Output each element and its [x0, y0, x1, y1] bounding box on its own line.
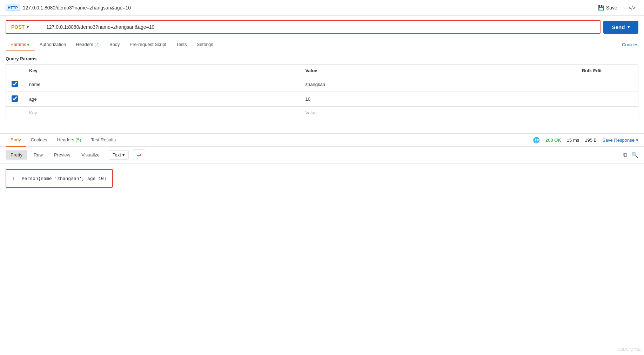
save-floppy-icon: 💾	[598, 5, 604, 11]
table-row: age 10	[6, 92, 638, 107]
save-button[interactable]: 💾 Save	[595, 4, 620, 12]
send-chevron-icon: ▾	[628, 25, 630, 29]
url-input[interactable]	[41, 21, 600, 33]
empty-key-cell[interactable]: Key	[24, 107, 300, 119]
method-selector[interactable]: POST ▾	[6, 21, 41, 33]
empty-value-cell[interactable]: Value	[300, 107, 576, 119]
table-row: name zhangsan	[6, 77, 638, 92]
response-tab-headers[interactable]: Headers (5)	[52, 134, 86, 147]
http-icon: HTTP	[6, 5, 20, 11]
response-body: 1 Person{name='zhangsan', age=10}	[0, 163, 644, 193]
url-bar-container: POST ▾ Send ▾	[0, 16, 644, 38]
save-response-button[interactable]: Save Response ▾	[602, 138, 638, 143]
response-code-block: 1 Person{name='zhangsan', age=10}	[6, 169, 113, 188]
response-tab-cookies[interactable]: Cookies	[26, 134, 52, 147]
response-section: Body Cookies Headers (5) Test Results 🌐 …	[0, 133, 644, 193]
tab-authorization[interactable]: Authorization	[35, 38, 71, 51]
empty-checkbox-cell	[6, 107, 24, 119]
format-tab-preview[interactable]: Preview	[49, 150, 75, 160]
row1-action	[576, 77, 638, 92]
format-type-selector[interactable]: Text ▾	[109, 150, 129, 160]
bulk-edit-header[interactable]: Bulk Edit	[576, 65, 638, 77]
tab-cookies[interactable]: Cookies	[622, 39, 638, 51]
headers-count: (7)	[94, 42, 100, 47]
query-params-title: Query Params	[0, 51, 644, 64]
response-tab-body[interactable]: Body	[6, 134, 26, 147]
wrap-button[interactable]: ⇌	[133, 149, 145, 160]
empty-action-cell	[576, 107, 638, 119]
code-button[interactable]: </>	[626, 4, 638, 12]
checkbox-cell[interactable]	[6, 77, 24, 92]
http-badge: HTTP 127.0.0.1:8080/demo3?name=zhangsan&…	[6, 5, 131, 11]
format-toolbar: Pretty Raw Preview Visualize Text ▾ ⇌ ⧉ …	[0, 147, 644, 163]
method-chevron-icon: ▾	[27, 25, 29, 29]
tab-tests[interactable]: Tests	[171, 38, 192, 51]
tab-prerequest[interactable]: Pre-request Script	[125, 38, 172, 51]
tab-settings[interactable]: Settings	[192, 38, 218, 51]
format-tab-visualize[interactable]: Visualize	[76, 150, 105, 160]
wrap-lines-icon: ⇌	[137, 152, 141, 158]
format-type-chevron-icon: ▾	[122, 152, 125, 158]
params-dot: ●	[27, 42, 30, 47]
row2-key[interactable]: age	[24, 92, 300, 107]
response-tabs-bar: Body Cookies Headers (5) Test Results 🌐 …	[0, 134, 644, 147]
save-response-chevron-icon: ▾	[636, 138, 638, 143]
globe-icon: 🌐	[533, 137, 540, 143]
url-bar-inner: POST ▾	[6, 20, 601, 34]
format-tab-raw[interactable]: Raw	[29, 150, 48, 160]
row1-key[interactable]: name	[24, 77, 300, 92]
response-size: 195 B	[585, 138, 597, 143]
table-row-empty: Key Value	[6, 107, 638, 119]
row2-action	[576, 92, 638, 107]
send-label: Send	[612, 24, 625, 30]
save-label: Save	[606, 5, 617, 11]
response-code-content: Person{name='zhangsan', age=10}	[22, 176, 107, 181]
tab-params[interactable]: Params●	[6, 38, 35, 51]
response-tab-test-results[interactable]: Test Results	[86, 134, 121, 147]
value-col-header: Value	[300, 65, 576, 77]
response-meta: 🌐 200 OK 15 ms 195 B Save Response ▾	[533, 137, 638, 143]
line-number: 1	[12, 176, 15, 181]
format-type-label: Text	[113, 152, 121, 158]
code-label: </>	[629, 5, 636, 11]
top-bar: HTTP 127.0.0.1:8080/demo3?name=zhangsan&…	[0, 0, 644, 16]
row1-checkbox[interactable]	[12, 81, 18, 87]
row2-checkbox[interactable]	[12, 95, 18, 102]
response-time: 15 ms	[567, 138, 579, 143]
method-label: POST	[11, 24, 25, 30]
toolbar-right: ⧉ 🔍	[623, 152, 638, 158]
bulk-edit-button[interactable]: Bulk Edit	[582, 68, 602, 73]
format-tab-pretty[interactable]: Pretty	[6, 150, 27, 160]
send-button[interactable]: Send ▾	[603, 21, 638, 34]
row1-value[interactable]: zhangsan	[300, 77, 576, 92]
copy-icon[interactable]: ⧉	[623, 152, 627, 158]
top-bar-actions: 💾 Save </>	[595, 4, 638, 12]
request-tabs-bar: Params● Authorization Headers (7) Body P…	[0, 38, 644, 51]
checkbox-col-header	[6, 65, 24, 77]
search-icon[interactable]: 🔍	[631, 152, 638, 158]
tab-body[interactable]: Body	[105, 38, 125, 51]
top-bar-url: 127.0.0.1:8080/demo3?name=zhangsan&age=1…	[23, 5, 131, 11]
checkbox-cell[interactable]	[6, 92, 24, 107]
response-headers-count: (5)	[75, 137, 81, 142]
save-response-label: Save Response	[602, 138, 635, 143]
status-badge: 200 OK	[545, 138, 561, 143]
row2-value[interactable]: 10	[300, 92, 576, 107]
key-col-header: Key	[24, 65, 300, 77]
tab-headers[interactable]: Headers (7)	[71, 38, 105, 51]
params-table: Key Value Bulk Edit name zhangsan age 10	[6, 64, 638, 119]
